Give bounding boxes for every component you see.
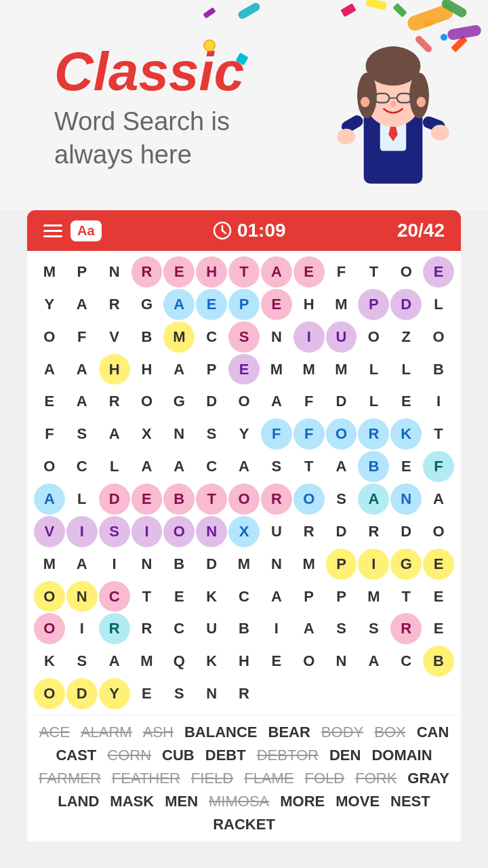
grid-cell[interactable]: O (34, 613, 65, 644)
grid-cell[interactable]: L (358, 354, 389, 385)
grid-cell[interactable]: O (34, 581, 65, 612)
grid-cell[interactable]: A (423, 484, 454, 515)
grid-cell[interactable]: D (390, 516, 422, 547)
grid-cell[interactable]: F (34, 418, 65, 450)
grid-cell[interactable]: H (228, 646, 260, 677)
grid-cell[interactable]: R (358, 516, 389, 547)
grid-cell[interactable]: S (66, 646, 98, 677)
grid-cell[interactable]: A (66, 289, 98, 320)
grid-cell[interactable]: P (326, 581, 357, 612)
grid-cell[interactable]: M (228, 549, 260, 580)
grid-cell[interactable]: R (293, 516, 325, 547)
grid-cell[interactable]: M (293, 549, 325, 580)
grid-cell[interactable]: D (326, 386, 357, 417)
grid-cell[interactable]: S (99, 516, 130, 547)
grid-cell[interactable]: F (66, 321, 98, 353)
grid-cell[interactable]: E (423, 613, 454, 644)
grid-cell[interactable]: A (358, 484, 389, 515)
grid-cell[interactable]: I (99, 549, 130, 580)
grid-cell[interactable]: E (131, 678, 163, 709)
grid-cell[interactable]: E (131, 484, 163, 515)
grid-cell[interactable]: C (66, 451, 98, 482)
grid-cell[interactable]: Q (163, 646, 195, 677)
grid-cell[interactable]: T (390, 581, 422, 612)
grid-cell[interactable]: E (163, 256, 195, 288)
grid-cell[interactable]: A (99, 646, 130, 677)
grid-cell[interactable]: A (66, 354, 98, 385)
grid-cell[interactable]: N (390, 484, 422, 515)
grid-cell[interactable]: H (196, 256, 227, 288)
grid-cell[interactable]: K (34, 646, 65, 677)
grid-cell[interactable]: S (66, 418, 98, 450)
grid-cell[interactable]: Y (99, 678, 130, 709)
grid-cell[interactable]: N (261, 321, 292, 353)
grid-cell[interactable]: F (326, 256, 357, 288)
grid-cell[interactable]: U (326, 321, 357, 353)
grid-cell[interactable]: E (261, 646, 292, 677)
grid-cell[interactable]: N (261, 549, 292, 580)
grid-cell[interactable]: B (423, 646, 454, 677)
grid-cell[interactable]: E (390, 386, 422, 417)
grid-cell[interactable]: A (163, 289, 195, 320)
grid-cell[interactable]: S (163, 678, 195, 709)
grid-cell[interactable]: B (163, 484, 195, 515)
grid-cell[interactable]: P (326, 549, 357, 580)
grid-cell[interactable]: C (163, 613, 195, 644)
grid-cell[interactable]: A (34, 354, 65, 385)
menu-button[interactable] (43, 224, 62, 237)
grid-cell[interactable]: E (390, 451, 422, 482)
grid-cell[interactable]: F (293, 386, 325, 417)
grid-cell[interactable]: N (99, 256, 130, 288)
grid-cell[interactable]: M (293, 354, 325, 385)
grid-cell[interactable]: P (196, 354, 227, 385)
grid-cell[interactable]: A (66, 549, 98, 580)
grid-cell[interactable]: O (163, 516, 195, 547)
grid-cell[interactable]: O (423, 516, 454, 547)
grid-cell[interactable]: U (261, 516, 292, 547)
grid-cell[interactable]: M (261, 354, 292, 385)
grid-cell[interactable]: N (326, 646, 357, 677)
grid-cell[interactable]: K (196, 581, 227, 612)
grid-cell[interactable]: B (131, 321, 163, 353)
grid-cell[interactable]: L (66, 484, 98, 515)
grid-cell[interactable]: I (261, 613, 292, 644)
grid-cell[interactable]: L (358, 386, 389, 417)
grid-cell[interactable]: I (358, 549, 389, 580)
grid-cell[interactable]: S (358, 613, 389, 644)
grid-cell[interactable]: O (34, 321, 65, 353)
grid-cell[interactable]: E (34, 386, 65, 417)
grid-cell[interactable]: O (423, 321, 454, 353)
grid-cell[interactable]: H (131, 354, 163, 385)
grid-cell[interactable]: D (99, 484, 130, 515)
grid-cell[interactable]: A (131, 451, 163, 482)
grid-cell[interactable]: D (196, 549, 227, 580)
grid-cell[interactable]: C (228, 581, 260, 612)
grid-cell[interactable]: A (99, 418, 130, 450)
grid-cell[interactable]: E (423, 549, 454, 580)
grid-cell[interactable]: M (326, 289, 357, 320)
grid-cell[interactable]: C (196, 321, 227, 353)
grid-cell[interactable]: R (99, 613, 130, 644)
grid-cell[interactable]: F (293, 418, 325, 450)
grid-cell[interactable]: V (99, 321, 130, 353)
grid-cell[interactable]: H (99, 354, 130, 385)
grid-cell[interactable]: L (99, 451, 130, 482)
grid-cell[interactable]: R (390, 613, 422, 644)
grid-cell[interactable]: M (34, 256, 65, 288)
grid-cell[interactable]: I (293, 321, 325, 353)
grid-cell[interactable]: D (66, 678, 98, 709)
grid-cell[interactable]: E (228, 354, 260, 385)
grid-cell[interactable]: C (196, 451, 227, 482)
grid-cell[interactable]: G (131, 289, 163, 320)
grid-cell[interactable]: N (131, 549, 163, 580)
grid-cell[interactable]: H (293, 289, 325, 320)
grid-cell[interactable]: A (163, 354, 195, 385)
grid-cell[interactable]: G (390, 549, 422, 580)
grid-cell[interactable]: T (228, 256, 260, 288)
grid-cell[interactable]: K (196, 646, 227, 677)
grid-cell[interactable]: G (163, 386, 195, 417)
grid-cell[interactable]: R (228, 678, 260, 709)
grid-cell[interactable]: M (131, 646, 163, 677)
grid-cell[interactable]: N (66, 581, 98, 612)
grid-cell[interactable]: O (358, 321, 389, 353)
